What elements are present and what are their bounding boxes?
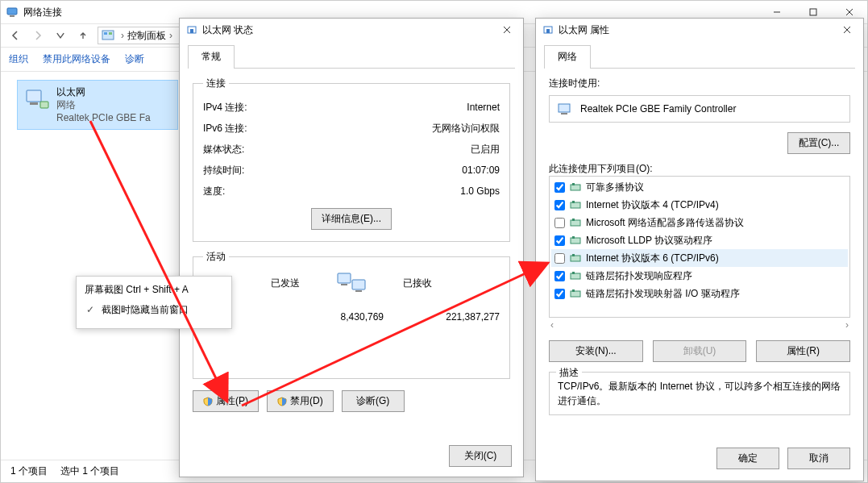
protocol-label: Microsoft LLDP 协议驱动程序	[586, 233, 712, 248]
svg-rect-33	[572, 236, 575, 239]
svg-rect-35	[572, 254, 575, 256]
svg-rect-31	[572, 219, 575, 221]
bytes-sent-value: 8,430,769	[287, 307, 384, 327]
recent-dropdown[interactable]	[49, 26, 72, 45]
svg-rect-18	[341, 284, 347, 285]
tab-general[interactable]: 常规	[188, 45, 235, 69]
tab-network[interactable]: 网络	[544, 45, 591, 69]
protocol-checkbox[interactable]	[554, 289, 565, 299]
speed-value: 1.0 Gbps	[460, 181, 500, 202]
install-button[interactable]: 安装(N)...	[549, 340, 643, 362]
svg-rect-7	[104, 32, 107, 35]
svg-rect-0	[7, 8, 17, 15]
scroll-left-icon[interactable]: ‹	[550, 319, 554, 331]
back-button[interactable]	[4, 26, 27, 45]
adapter-name: Realtek PCIe GBE Family Controller	[580, 103, 736, 115]
svg-rect-8	[109, 32, 112, 35]
disable-button-label: 禁用(D)	[290, 394, 323, 408]
duration-value: 01:07:09	[462, 160, 500, 181]
duration-label: 持续时间:	[203, 160, 244, 181]
protocol-item[interactable]: Internet 协议版本 6 (TCP/IPv6)	[551, 249, 848, 267]
item-properties-button[interactable]: 属性(R)	[756, 340, 850, 362]
protocol-checkbox[interactable]	[554, 271, 565, 281]
speed-label: 速度:	[203, 181, 225, 202]
protocol-item[interactable]: Internet 协议版本 4 (TCP/IPv4)	[551, 196, 848, 214]
ok-button[interactable]: 确定	[716, 448, 779, 469]
protocol-label: 链路层拓扑发现响应程序	[586, 269, 692, 283]
protocol-checkbox[interactable]	[554, 182, 565, 193]
protocol-label: Internet 协议版本 6 (TCP/IPv6)	[586, 251, 719, 265]
forward-button[interactable]	[27, 26, 49, 45]
diagnose-button[interactable]: 诊断(G)	[342, 390, 405, 412]
configure-button[interactable]: 配置(C)...	[787, 132, 850, 154]
screenshot-tooltip: 屏幕截图 Ctrl + Shift + A ✓ 截图时隐藏当前窗口	[76, 276, 232, 329]
protocol-list[interactable]: 可靠多播协议Internet 协议版本 4 (TCP/IPv4)Microsof…	[549, 176, 850, 318]
tooltip-line-1: 屏幕截图 Ctrl + Shift + A	[85, 283, 223, 297]
connection-group: 连接 IPv4 连接:Internet IPv6 连接:无网络访问权限 媒体状态…	[193, 77, 510, 242]
protocol-icon	[570, 218, 581, 227]
protocol-checkbox[interactable]	[554, 235, 565, 246]
adapter-display: Realtek PCIe GBE Family Controller	[549, 95, 850, 123]
details-button[interactable]: 详细信息(E)...	[311, 208, 392, 230]
disable-device-button[interactable]: 禁用此网络设备	[43, 52, 110, 66]
protocol-checkbox[interactable]	[554, 253, 565, 264]
svg-rect-13	[190, 29, 193, 33]
ipv4-value: Internet	[467, 97, 500, 118]
properties-button-label: 属性(P)	[216, 394, 248, 408]
uninstall-button[interactable]: 卸载(U)	[653, 340, 747, 362]
breadcrumb-item[interactable]: 控制面板	[127, 29, 166, 43]
activity-group: 活动 已发送 已接收 字节: 8,430,769 221,387,277	[193, 250, 510, 379]
protocol-item[interactable]: Microsoft 网络适配器多路传送器协议	[551, 214, 848, 231]
protocol-icon	[570, 271, 581, 281]
svg-rect-26	[571, 185, 580, 190]
media-value: 已启用	[471, 139, 500, 160]
svg-rect-1	[10, 15, 15, 17]
disable-button[interactable]: 禁用(D)	[267, 390, 334, 412]
dialog-titlebar: 以太网 属性	[536, 19, 863, 41]
protocol-label: Microsoft 网络适配器多路传送器协议	[586, 215, 744, 230]
scroll-right-icon[interactable]: ›	[845, 319, 849, 331]
cancel-button[interactable]: 取消	[787, 448, 850, 469]
close-dialog-button[interactable]: 关闭(C)	[449, 445, 512, 467]
recv-label: 已接收	[403, 277, 500, 290]
status-selected-count: 选中 1 个项目	[60, 464, 119, 478]
dialog-titlebar: 以太网 状态	[180, 19, 523, 41]
svg-rect-6	[102, 31, 114, 40]
organize-menu[interactable]: 组织	[9, 52, 28, 66]
protocol-checkbox[interactable]	[554, 200, 565, 210]
protocol-checkbox[interactable]	[554, 218, 565, 228]
diagnose-button[interactable]: 诊断	[125, 52, 144, 66]
dialog-tabs: 网络	[544, 44, 855, 69]
protocol-icon	[570, 235, 581, 245]
svg-rect-24	[559, 104, 570, 112]
svg-rect-10	[30, 102, 38, 105]
adapter-item-ethernet[interactable]: 以太网 网络 Realtek PCIe GBE Fa	[17, 80, 178, 130]
protocol-item[interactable]: 链路层拓扑发现响应程序	[551, 267, 848, 285]
svg-rect-38	[571, 291, 580, 297]
close-button[interactable]	[491, 19, 523, 41]
ethernet-icon	[186, 24, 197, 35]
protocol-label: Internet 协议版本 4 (TCP/IPv4)	[586, 198, 719, 212]
svg-rect-9	[27, 90, 41, 102]
svg-rect-11	[40, 102, 48, 108]
protocol-label: 可靠多播协议	[586, 180, 644, 194]
status-item-count: 1 个项目	[10, 464, 48, 478]
svg-rect-36	[571, 273, 580, 279]
svg-rect-21	[546, 29, 550, 33]
close-button[interactable]	[831, 19, 863, 41]
list-hscroll[interactable]: ‹ ›	[549, 319, 850, 331]
protocol-item[interactable]: 可靠多播协议	[551, 178, 848, 196]
svg-rect-16	[338, 273, 351, 283]
properties-button[interactable]: 属性(P)	[193, 390, 259, 412]
svg-rect-17	[352, 280, 365, 289]
svg-rect-27	[572, 183, 575, 185]
up-button[interactable]	[72, 26, 94, 45]
protocol-item[interactable]: Microsoft LLDP 协议驱动程序	[551, 231, 848, 249]
svg-rect-37	[572, 272, 575, 274]
dialog-tabs: 常规	[188, 44, 515, 69]
ethernet-icon	[542, 24, 554, 35]
adapter-name: 以太网	[56, 85, 151, 98]
protocol-item[interactable]: 链路层拓扑发现映射器 I/O 驱动程序	[551, 285, 848, 302]
ipv6-label: IPv6 连接:	[203, 118, 247, 139]
svg-rect-32	[571, 238, 580, 244]
